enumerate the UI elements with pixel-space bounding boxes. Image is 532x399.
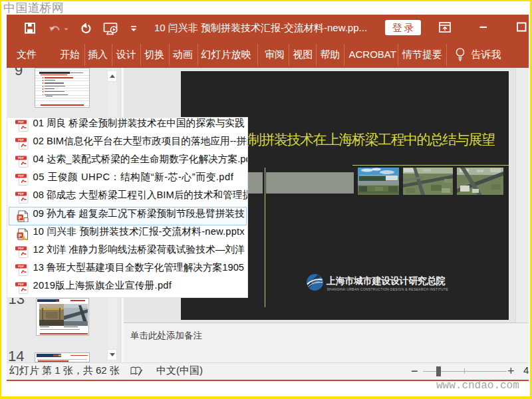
svg-text:P: P [18, 233, 21, 239]
svg-text:PDF: PDF [18, 120, 24, 124]
svg-text:PDF: PDF [18, 138, 24, 142]
svg-text:PDF: PDF [18, 174, 24, 178]
svg-text:PDF: PDF [18, 283, 24, 286]
svg-text:PDF: PDF [18, 265, 24, 268]
svg-text:PDF: PDF [18, 192, 24, 196]
svg-text:PDF: PDF [18, 156, 24, 160]
svg-text:PDF: PDF [18, 247, 24, 250]
svg-text:SUCDRI: SUCDRI [311, 281, 319, 284]
svg-text:P: P [18, 215, 21, 221]
